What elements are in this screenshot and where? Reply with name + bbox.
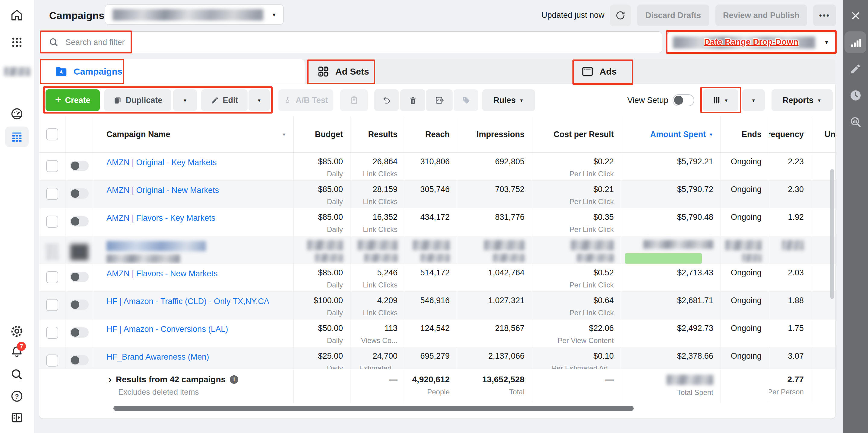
column-campaign-name[interactable]: Campaign Name▼ bbox=[93, 116, 294, 152]
duplicate-button[interactable]: Duplicate bbox=[104, 89, 171, 111]
campaign-name-cell: HF_Brand Awareness (Men) bbox=[93, 347, 294, 369]
search-and-filter-input[interactable]: Search and filter bbox=[40, 31, 662, 53]
edit-pencil-icon[interactable] bbox=[849, 63, 862, 75]
campaign-name-link[interactable]: AMZN | Flavors - New Markets bbox=[106, 269, 218, 279]
campaign-active-toggle[interactable] bbox=[70, 216, 89, 227]
discard-drafts-button[interactable]: Discard Drafts bbox=[637, 4, 709, 26]
review-and-publish-button[interactable]: Review and Publish bbox=[715, 4, 807, 26]
row-checkbox[interactable] bbox=[46, 354, 58, 367]
table-row[interactable]: AMZN | Flavors - New Markets$85.00Daily5… bbox=[39, 264, 835, 292]
cost-cell: $0.22Per Link Click bbox=[532, 153, 621, 180]
row-checkbox[interactable] bbox=[46, 327, 58, 339]
vertical-scrollbar-thumb[interactable] bbox=[830, 169, 834, 299]
create-label: Create bbox=[65, 96, 90, 105]
chevron-down-icon: ▼ bbox=[272, 12, 277, 18]
row-checkbox[interactable] bbox=[46, 188, 58, 200]
campaign-name-link[interactable]: HF | Amazon - Traffic (CLD) - Only TX,NY… bbox=[106, 296, 269, 306]
table-row[interactable]: HF | Amazon - Traffic (CLD) - Only TX,NY… bbox=[39, 292, 835, 319]
row-toggle-cell bbox=[65, 153, 93, 180]
table-row[interactable]: HF | Amazon - Conversions (LAL)$50.00Dai… bbox=[39, 319, 835, 347]
table-row[interactable]: HF_Brand Awareness (Men)$25.00Daily24,70… bbox=[39, 347, 835, 369]
column-budget[interactable]: Budget bbox=[294, 116, 350, 152]
select-all-checkbox[interactable] bbox=[46, 128, 58, 140]
tag-button[interactable] bbox=[454, 89, 478, 111]
row-checkbox[interactable] bbox=[46, 215, 58, 228]
table-row[interactable]: AMZN | Original - New Markets$85.00Daily… bbox=[39, 180, 835, 208]
campaign-name-link[interactable]: HF | Amazon - Conversions (LAL) bbox=[106, 324, 228, 334]
edit-dropdown-button[interactable]: ▼ bbox=[249, 89, 270, 111]
tab-ads[interactable]: Ads bbox=[570, 59, 835, 84]
tab-ad-sets[interactable]: Ad Sets bbox=[305, 59, 570, 84]
budget-cell: $25.00Daily bbox=[294, 347, 350, 369]
column-ends[interactable]: Ends bbox=[721, 116, 769, 152]
ads-reporting-gauge-icon[interactable] bbox=[10, 107, 24, 121]
horizontal-scrollbar-thumb[interactable] bbox=[114, 406, 634, 411]
column-impressions[interactable]: Impressions bbox=[457, 116, 532, 152]
row-checkbox-cell bbox=[39, 292, 65, 319]
columns-button[interactable]: ▼ bbox=[703, 89, 738, 111]
campaigns-table-icon[interactable] bbox=[10, 130, 24, 144]
collapse-panel-icon[interactable] bbox=[10, 411, 24, 425]
date-range-dropdown[interactable]: ▼ bbox=[667, 31, 835, 53]
apps-grid-icon[interactable] bbox=[10, 35, 24, 49]
row-toggle-cell bbox=[65, 208, 93, 236]
close-icon[interactable] bbox=[850, 10, 861, 22]
column-cost-per-result[interactable]: Cost per Result bbox=[532, 116, 621, 152]
row-checkbox[interactable] bbox=[46, 160, 58, 172]
refresh-button[interactable] bbox=[610, 4, 631, 26]
campaign-active-toggle[interactable] bbox=[70, 161, 89, 171]
column-frequency[interactable]: Frequency bbox=[769, 116, 811, 152]
row-checkbox[interactable] bbox=[46, 271, 58, 283]
sidebar-search-icon[interactable] bbox=[10, 368, 24, 381]
campaign-active-toggle[interactable] bbox=[70, 355, 89, 365]
table-row[interactable]: AMZN | Original - Key Markets$85.00Daily… bbox=[39, 153, 835, 180]
ab-test-button[interactable]: A/B Test bbox=[278, 89, 333, 111]
campaign-active-toggle[interactable] bbox=[70, 272, 89, 282]
reach-cell: 310,806 bbox=[405, 153, 457, 180]
info-icon[interactable]: i bbox=[230, 375, 238, 384]
column-results[interactable]: Results bbox=[350, 116, 405, 152]
campaign-name-link[interactable]: AMZN | Original - New Markets bbox=[106, 185, 219, 195]
rules-dropdown-button[interactable]: Rules▼ bbox=[482, 89, 535, 111]
column-reach[interactable]: Reach bbox=[405, 116, 457, 152]
campaign-name-link[interactable]: AMZN | Original - Key Markets bbox=[106, 157, 217, 167]
campaign-active-toggle[interactable] bbox=[70, 189, 89, 199]
cost-cell: $22.06Per View Content bbox=[532, 319, 621, 347]
help-icon[interactable]: ? bbox=[10, 389, 24, 403]
compare-phases-button[interactable] bbox=[426, 89, 453, 111]
settings-gear-icon[interactable] bbox=[10, 324, 24, 338]
row-toggle-cell bbox=[65, 264, 93, 291]
expand-chevron-icon[interactable]: › bbox=[108, 375, 112, 384]
create-button[interactable]: +Create bbox=[45, 89, 100, 111]
campaign-active-toggle[interactable] bbox=[70, 299, 89, 310]
breakdown-dropdown-button[interactable]: ▼ bbox=[742, 89, 765, 111]
summary-cost: — bbox=[532, 369, 621, 403]
reach-cell: 514,172 bbox=[405, 264, 457, 291]
duplicate-dropdown-button[interactable]: ▼ bbox=[173, 89, 197, 111]
table-row-redacted[interactable] bbox=[39, 236, 835, 264]
bar-chart-icon[interactable] bbox=[849, 36, 862, 49]
view-setup-toggle[interactable] bbox=[673, 94, 694, 106]
chevron-down-icon: ▼ bbox=[519, 98, 524, 103]
table-row[interactable]: AMZN | Flavors - Key Markets$85.00Daily1… bbox=[39, 208, 835, 236]
chart-magnifier-icon[interactable] bbox=[849, 116, 862, 128]
results-cell: 113Views Co... bbox=[350, 319, 405, 347]
undo-button[interactable] bbox=[374, 89, 399, 111]
clock-history-icon[interactable] bbox=[849, 89, 862, 102]
clipboard-button[interactable] bbox=[340, 89, 368, 111]
more-options-button[interactable]: ••• bbox=[813, 4, 836, 26]
row-checkbox[interactable] bbox=[46, 299, 58, 311]
account-selector-dropdown[interactable]: ▼ bbox=[105, 4, 283, 25]
impressions-cell: 218,567 bbox=[457, 319, 532, 347]
home-icon[interactable] bbox=[10, 8, 24, 22]
columns-icon bbox=[713, 96, 720, 104]
campaign-name-link[interactable]: AMZN | Flavors - Key Markets bbox=[106, 213, 215, 223]
reports-dropdown-button[interactable]: Reports▼ bbox=[772, 89, 833, 111]
column-amount-spent-sorted[interactable]: Amount Spent▼ bbox=[621, 116, 721, 152]
column-unique-truncated[interactable]: Uni bbox=[811, 116, 835, 152]
campaign-active-toggle[interactable] bbox=[70, 327, 89, 338]
delete-trash-button[interactable] bbox=[400, 89, 425, 111]
edit-button[interactable]: Edit bbox=[201, 89, 248, 111]
tab-campaigns[interactable]: Campaigns bbox=[39, 59, 305, 84]
campaign-name-link[interactable]: HF_Brand Awareness (Men) bbox=[106, 352, 209, 362]
